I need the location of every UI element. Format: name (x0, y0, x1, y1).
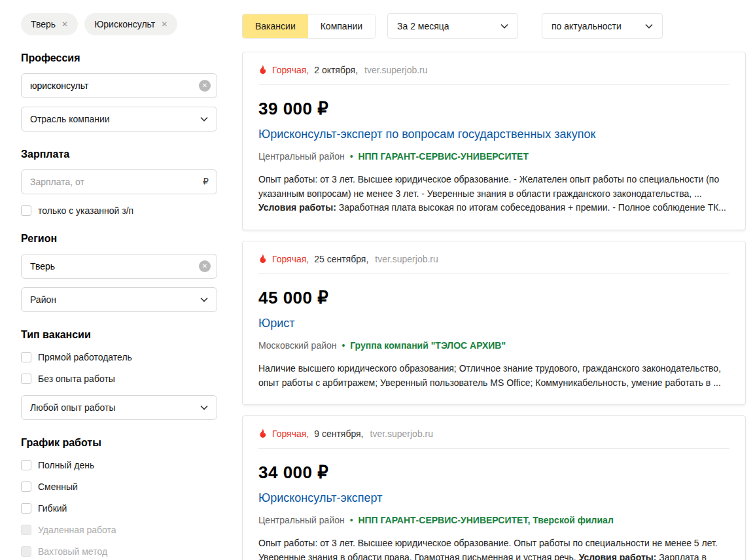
vacancy-date: 25 сентября, (314, 254, 368, 264)
vacancy-company-link[interactable]: Группа компаний "ТЭЛОС АРХИВ" (350, 340, 506, 351)
region-field: ✕ (21, 254, 217, 279)
vacancy-company-line: Центральный район • НПП ГАРАНТ-СЕРВИС-УН… (258, 515, 729, 525)
vacancy-description: Опыт работы: от 3 лет. Высшее юридическо… (258, 173, 729, 215)
checkbox-label: только с указанной з/п (38, 205, 133, 216)
description-text: Наличие высшего юридического образования… (258, 363, 721, 388)
filters-sidebar: Тверь ✕ Юрисконсульт ✕ Профессия ✕ Отрас… (21, 13, 217, 560)
vacancy-source-link[interactable]: tver.superjob.ru (375, 254, 438, 264)
vacancy-title-link[interactable]: Юрисконсульт-эксперт по вопросам государ… (258, 128, 729, 141)
vacancy-card: Горячая, 2 октября, tver.superjob.ru 39 … (242, 52, 746, 230)
vacancy-date: 2 октября, (314, 65, 358, 75)
chevron-down-icon (200, 116, 208, 122)
checkbox-icon[interactable] (21, 503, 31, 514)
checkbox-label: Без опыта работы (38, 374, 115, 384)
vacancy-meta: Горячая, 2 октября, tver.superjob.ru (258, 65, 729, 75)
checkbox-only-with-salary[interactable]: только с указанной з/п (21, 205, 217, 216)
checkbox-rotation-disabled: Вахтовый метод (21, 546, 217, 557)
chip-profession[interactable]: Юрисконсульт ✕ (84, 13, 177, 35)
vacancy-description: Опыт работы: от 3 лет. Высшее юридическо… (258, 536, 729, 560)
vacancy-title-link[interactable]: Юрист (258, 317, 729, 330)
vacancy-district: Центральный район (258, 151, 345, 162)
checkbox-label: Полный день (38, 460, 94, 470)
remove-chip-icon[interactable]: ✕ (161, 20, 167, 28)
checkbox-icon (21, 525, 31, 535)
chevron-down-icon (200, 297, 208, 302)
vacancy-meta: Горячая, 25 сентября, tver.superjob.ru (258, 254, 729, 264)
checkbox-icon[interactable] (21, 481, 31, 492)
salary-field: ₽ (21, 169, 217, 194)
chip-region[interactable]: Тверь ✕ (21, 13, 78, 35)
vacancy-district: Московский район (258, 340, 337, 351)
checkbox-icon[interactable] (21, 352, 31, 362)
vacancy-company-line: Московский район • Группа компаний "ТЭЛО… (258, 340, 729, 351)
divider (258, 273, 729, 274)
salary-heading: Зарплата (21, 149, 217, 160)
hot-badge: Горячая, (272, 65, 309, 75)
chevron-down-icon (200, 405, 208, 410)
checkbox-label: Гибкий (38, 503, 67, 514)
period-select[interactable]: За 2 месяца (387, 13, 518, 39)
checkbox-label: Вахтовый метод (38, 546, 107, 557)
vacancy-salary: 39 000 ₽ (258, 99, 729, 119)
vacancy-card: Горячая, 9 сентября, tver.superjob.ru 34… (242, 415, 746, 560)
description-text: Опыт работы: от 3 лет. Высшее юридическо… (258, 174, 719, 199)
checkbox-no-experience[interactable]: Без опыта работы (21, 374, 217, 384)
vacancy-date: 9 сентября, (314, 429, 363, 439)
checkbox-full-day[interactable]: Полный день (21, 460, 217, 470)
sort-select-value: по актуальности (552, 21, 622, 31)
result-tabs: Вакансии Компании (242, 14, 376, 39)
profession-input[interactable] (21, 73, 217, 98)
district-select-value: Район (30, 294, 56, 305)
vacancy-title-link[interactable]: Юрисконсульт-эксперт (258, 491, 729, 505)
checkbox-icon (21, 546, 31, 557)
sort-select[interactable]: по актуальности (542, 13, 663, 39)
profession-field: ✕ (21, 73, 217, 98)
period-select-value: За 2 месяца (397, 21, 449, 31)
chip-profession-label: Юрисконсульт (94, 19, 155, 29)
industry-select[interactable]: Отрасль компании (21, 107, 217, 131)
description-bold: Условия работы: (258, 202, 336, 213)
vacancy-source-link[interactable]: tver.superjob.ru (364, 65, 428, 75)
chevron-down-icon (500, 24, 508, 29)
ruble-sign: ₽ (203, 176, 209, 186)
hot-badge: Горячая, (272, 254, 309, 264)
hot-flame-icon (258, 65, 267, 75)
remove-chip-icon[interactable]: ✕ (61, 20, 68, 28)
hot-badge: Горячая, (272, 429, 309, 439)
checkbox-label: Прямой работодатель (38, 352, 132, 362)
region-input[interactable] (21, 254, 217, 279)
clear-region-icon[interactable]: ✕ (199, 260, 211, 272)
page: Тверь ✕ Юрисконсульт ✕ Профессия ✕ Отрас… (0, 0, 753, 560)
vacancy-description: Наличие высшего юридического образования… (258, 362, 729, 390)
tab-vacancies[interactable]: Вакансии (243, 14, 308, 38)
chip-region-label: Тверь (31, 19, 56, 29)
vacancy-company-link[interactable]: НПП ГАРАНТ-СЕРВИС-УНИВЕРСИТЕТ (358, 151, 529, 162)
checkbox-icon[interactable] (21, 205, 31, 216)
dot-separator: • (350, 151, 353, 162)
tab-companies[interactable]: Компании (308, 14, 375, 38)
checkbox-label: Сменный (38, 481, 78, 492)
checkbox-shift[interactable]: Сменный (21, 481, 217, 492)
vacancy-district: Центральный район (258, 515, 345, 525)
district-select[interactable]: Район (21, 287, 217, 312)
vacancy-company-link[interactable]: НПП ГАРАНТ-СЕРВИС-УНИВЕРСИТЕТ, Тверской … (358, 515, 613, 525)
dot-separator: • (341, 340, 345, 351)
clear-profession-icon[interactable]: ✕ (199, 80, 211, 92)
vacancy-type-heading: Тип вакансии (21, 329, 217, 341)
vacancy-source-link[interactable]: tver.superjob.ru (370, 429, 434, 439)
region-heading: Регион (21, 233, 217, 245)
description-text: Заработная плата высокая по итогам собес… (336, 202, 726, 213)
checkbox-remote-disabled: Удаленная работа (21, 525, 217, 535)
experience-select[interactable]: Любой опыт работы (21, 395, 217, 420)
salary-from-input[interactable] (21, 169, 217, 194)
vacancy-salary: 34 000 ₽ (258, 463, 729, 483)
description-bold: Условия работы: (579, 552, 657, 560)
checkbox-flexible[interactable]: Гибкий (21, 503, 217, 514)
checkbox-icon[interactable] (21, 460, 31, 470)
profession-heading: Профессия (21, 52, 217, 64)
checkbox-icon[interactable] (21, 374, 31, 384)
hot-flame-icon (258, 254, 267, 264)
checkbox-direct-employer[interactable]: Прямой работодатель (21, 352, 217, 362)
industry-select-value: Отрасль компании (30, 114, 110, 124)
vacancy-meta: Горячая, 9 сентября, tver.superjob.ru (258, 429, 729, 439)
